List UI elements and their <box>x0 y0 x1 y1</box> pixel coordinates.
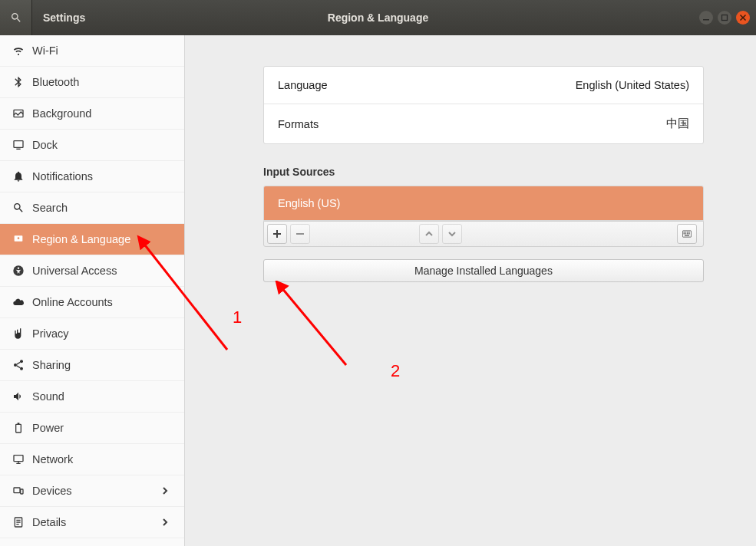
formats-row[interactable]: Formats 中国 <box>264 104 703 143</box>
remove-source-button[interactable] <box>290 224 310 244</box>
input-sources-list: English (US) <box>263 186 704 221</box>
svg-point-9 <box>20 360 23 363</box>
sidebar-item-details[interactable]: Details <box>0 507 184 538</box>
sidebar-item-background[interactable]: Background <box>0 98 184 130</box>
svg-rect-27 <box>688 233 690 234</box>
svg-rect-0 <box>703 19 709 21</box>
sidebar-item-label: Details <box>32 516 158 528</box>
sidebar-item-network[interactable]: Network <box>0 444 184 475</box>
svg-rect-22 <box>687 232 688 232</box>
annotation-arrow-2 <box>269 281 354 373</box>
bell-icon <box>12 170 32 183</box>
sidebar-item-label: Wi-Fi <box>32 44 172 57</box>
minus-icon <box>295 229 305 238</box>
maximize-icon <box>721 14 728 21</box>
sidebar-item-sound[interactable]: Sound <box>0 381 184 413</box>
svg-rect-28 <box>685 235 689 236</box>
svg-rect-20 <box>684 232 685 232</box>
sidebar-item-label: Network <box>32 453 172 465</box>
devices-icon <box>12 485 32 497</box>
svg-point-10 <box>14 363 17 367</box>
search-button[interactable] <box>0 0 32 35</box>
sidebar-item-region[interactable]: Region & Language <box>0 224 184 255</box>
svg-rect-14 <box>14 456 23 462</box>
input-sources-toolbar <box>263 221 704 247</box>
sidebar-item-privacy[interactable]: Privacy <box>0 318 184 350</box>
sidebar-item-label: Background <box>32 107 172 120</box>
background-icon <box>12 107 32 120</box>
sidebar-item-label: Bluetooth <box>32 76 172 88</box>
dock-icon <box>12 139 32 151</box>
sidebar-item-power[interactable]: Power <box>0 413 184 444</box>
manage-languages-label: Manage Installed Languages <box>414 265 553 277</box>
app-title: Settings <box>32 12 184 24</box>
annotation-number-1: 1 <box>233 308 242 327</box>
cloud-icon <box>12 296 32 308</box>
sidebar-item-label: Region & Language <box>32 233 172 245</box>
svg-rect-3 <box>14 141 23 148</box>
svg-point-6 <box>18 237 20 239</box>
sidebar-item-label: Power <box>32 422 172 434</box>
svg-line-30 <box>281 287 346 365</box>
sidebar-item-label: Notifications <box>32 170 172 183</box>
sidebar-item-online[interactable]: Online Accounts <box>0 287 184 318</box>
keyboard-layout-button[interactable] <box>677 224 697 244</box>
speaker-icon <box>12 390 32 403</box>
maximize-button[interactable] <box>718 11 731 25</box>
sidebar-item-label: Online Accounts <box>32 296 172 308</box>
sidebar-item-devices[interactable]: Devices <box>0 475 184 507</box>
sidebar-item-dock[interactable]: Dock <box>0 130 184 161</box>
move-up-button[interactable] <box>419 224 439 244</box>
add-source-button[interactable] <box>267 224 287 244</box>
main-content: Language English (United States) Formats… <box>185 35 756 546</box>
svg-point-8 <box>18 267 19 268</box>
power-icon <box>12 422 32 434</box>
bluetooth-icon <box>12 76 32 88</box>
titlebar: Settings Region & Language <box>0 0 756 35</box>
keyboard-icon <box>682 229 692 238</box>
svg-rect-12 <box>16 424 21 433</box>
svg-rect-18 <box>296 233 304 235</box>
sidebar-item-label: Universal Access <box>32 265 172 277</box>
window-controls <box>699 0 750 35</box>
wifi-icon <box>12 44 32 57</box>
language-formats-card: Language English (United States) Formats… <box>263 66 704 144</box>
close-button[interactable] <box>736 11 750 25</box>
hand-icon <box>12 327 32 340</box>
accessibility-icon <box>12 265 32 277</box>
formats-value: 中国 <box>666 117 689 131</box>
input-source-label: English (US) <box>278 197 340 209</box>
formats-label: Formats <box>278 118 319 130</box>
sidebar-item-wifi[interactable]: Wi-Fi <box>0 35 184 67</box>
sidebar-item-sharing[interactable]: Sharing <box>0 350 184 381</box>
language-row[interactable]: Language English (United States) <box>264 67 703 104</box>
annotation-number-2: 2 <box>391 361 400 381</box>
sidebar-item-label: Sharing <box>32 359 172 371</box>
sidebar-item-label: Devices <box>32 485 158 497</box>
search-icon <box>12 202 32 214</box>
plus-icon <box>272 229 282 238</box>
minimize-button[interactable] <box>699 11 713 25</box>
input-source-item[interactable]: English (US) <box>264 186 703 220</box>
share-icon <box>12 359 32 371</box>
sidebar-item-label: Search <box>32 202 172 214</box>
language-label: Language <box>278 79 328 91</box>
manage-languages-button[interactable]: Manage Installed Languages <box>263 259 704 282</box>
move-down-button[interactable] <box>442 224 462 244</box>
chevron-down-icon <box>447 229 457 238</box>
chevron-up-icon <box>424 229 434 238</box>
chevron-right-icon <box>158 518 172 526</box>
svg-rect-24 <box>684 233 685 234</box>
sidebar-item-notifications[interactable]: Notifications <box>0 161 184 192</box>
svg-rect-23 <box>688 232 690 232</box>
svg-point-11 <box>20 367 23 370</box>
svg-rect-15 <box>14 488 20 493</box>
svg-rect-16 <box>21 489 23 494</box>
sidebar-item-bluetooth[interactable]: Bluetooth <box>0 67 184 98</box>
search-icon <box>10 12 22 24</box>
language-value: English (United States) <box>576 79 689 91</box>
sidebar-item-universal[interactable]: Universal Access <box>0 255 184 287</box>
sidebar-item-search[interactable]: Search <box>0 192 184 224</box>
close-icon <box>739 14 747 21</box>
chevron-right-icon <box>158 487 172 495</box>
